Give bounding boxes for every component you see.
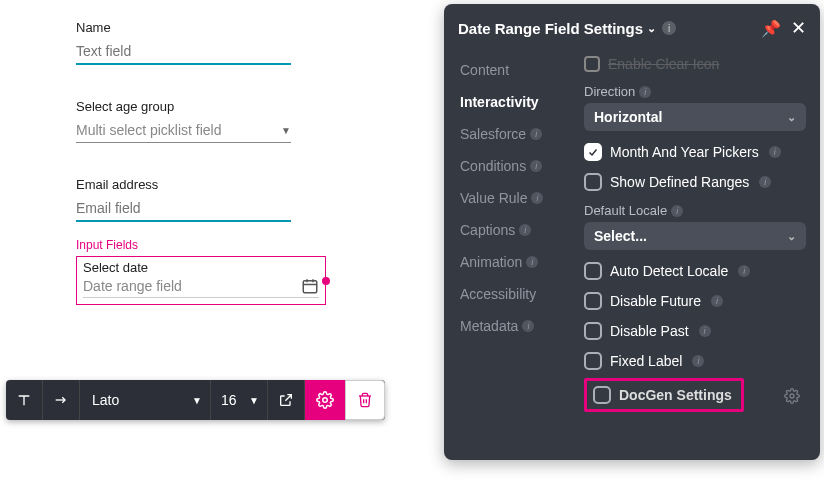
gear-icon[interactable] (784, 388, 800, 407)
side-tabs: Content Interactivity Salesforcei Condit… (444, 52, 584, 460)
info-icon[interactable]: i (662, 21, 676, 35)
info-icon[interactable]: i (769, 146, 781, 158)
show-ranges-checkbox-row[interactable]: Show Defined Ranges i (584, 173, 806, 191)
floating-toolbar: Lato ▼ 16 ▼ (6, 380, 385, 420)
direction-select[interactable]: Horizontal⌄ (584, 103, 806, 131)
locale-label: Default Localei (584, 203, 806, 218)
age-placeholder: Multi select picklist field (76, 122, 222, 138)
tab-interactivity[interactable]: Interactivity (460, 94, 584, 110)
settings-panel: Date Range Field Settings ⌄ i 📌 ✕ Conten… (444, 4, 820, 460)
age-field-group: Select age group Multi select picklist f… (76, 99, 291, 143)
age-label: Select age group (76, 99, 291, 114)
tab-animation[interactable]: Animationi (460, 254, 584, 270)
input-fields-tag: Input Fields (76, 238, 138, 252)
svg-rect-0 (303, 281, 317, 293)
svg-point-6 (323, 398, 328, 403)
delete-button[interactable] (345, 380, 385, 420)
info-icon: i (526, 256, 538, 268)
info-icon: i (530, 160, 542, 172)
enable-clear-icon-row[interactable]: Enable Clear Icon (584, 56, 806, 72)
disable-future-label: Disable Future (610, 293, 701, 309)
checkbox-icon (584, 322, 602, 340)
panel-title[interactable]: Date Range Field Settings ⌄ (458, 20, 656, 37)
tab-metadata[interactable]: Metadatai (460, 318, 584, 334)
docgen-label: DocGen Settings (619, 387, 732, 403)
calendar-icon (301, 277, 319, 295)
direction-value: Horizontal (594, 109, 662, 125)
checkbox-icon (584, 352, 602, 370)
text-tool-button[interactable] (6, 380, 43, 420)
font-select[interactable]: Lato (80, 392, 210, 408)
locale-value: Select... (594, 228, 647, 244)
tab-value-rule[interactable]: Value Rulei (460, 190, 584, 206)
month-year-label: Month And Year Pickers (610, 144, 759, 160)
tab-conditions[interactable]: Conditionsi (460, 158, 584, 174)
checkbox-icon (593, 386, 611, 404)
auto-detect-checkbox-row[interactable]: Auto Detect Locale i (584, 262, 806, 280)
email-input[interactable] (76, 196, 291, 222)
name-label: Name (76, 20, 291, 35)
checkbox-icon (584, 292, 602, 310)
info-icon: i (519, 224, 531, 236)
info-icon[interactable]: i (639, 86, 651, 98)
info-icon[interactable]: i (738, 265, 750, 277)
fixed-label-checkbox-row[interactable]: Fixed Label i (584, 352, 806, 370)
age-select[interactable]: Multi select picklist field ▼ (76, 118, 291, 143)
date-input[interactable]: Date range field (83, 275, 319, 298)
info-icon: i (522, 320, 534, 332)
tab-salesforce[interactable]: Salesforcei (460, 126, 584, 142)
settings-button[interactable] (305, 380, 345, 420)
direction-label: Directioni (584, 84, 806, 99)
caret-down-icon: ▼ (281, 125, 291, 136)
show-ranges-label: Show Defined Ranges (610, 174, 749, 190)
svg-point-7 (790, 394, 794, 398)
info-icon[interactable]: i (699, 325, 711, 337)
truncated-label: Enable Clear Icon (608, 56, 719, 72)
pin-icon[interactable]: 📌 (761, 19, 781, 38)
chevron-down-icon: ⌄ (787, 111, 796, 124)
panel-title-text: Date Range Field Settings (458, 20, 643, 37)
info-icon[interactable]: i (692, 355, 704, 367)
form-canvas: Name Select age group Multi select pickl… (0, 0, 440, 504)
disable-future-checkbox-row[interactable]: Disable Future i (584, 292, 806, 310)
info-icon[interactable]: i (759, 176, 771, 188)
checkbox-icon (584, 262, 602, 280)
info-icon: i (531, 192, 543, 204)
close-icon[interactable]: ✕ (791, 17, 806, 39)
checkbox-checked-icon (584, 143, 602, 161)
chevron-down-icon: ⌄ (787, 230, 796, 243)
fixed-label-label: Fixed Label (610, 353, 682, 369)
checkbox-icon (584, 173, 602, 191)
selected-date-block[interactable]: Input Fields Select date Date range fiel… (76, 256, 326, 305)
open-external-button[interactable] (268, 380, 305, 420)
name-input[interactable] (76, 39, 291, 65)
panel-header: Date Range Field Settings ⌄ i 📌 ✕ (444, 4, 820, 52)
chevron-down-icon: ⌄ (647, 22, 656, 35)
checkbox-icon (584, 56, 600, 72)
align-tool-button[interactable] (43, 380, 80, 420)
info-icon[interactable]: i (711, 295, 723, 307)
locale-select[interactable]: Select...⌄ (584, 222, 806, 250)
month-year-checkbox-row[interactable]: Month And Year Pickers i (584, 143, 806, 161)
date-range-field[interactable]: Select date Date range field (76, 256, 326, 305)
tab-accessibility[interactable]: Accessibility (460, 286, 584, 302)
settings-content: Enable Clear Icon Directioni Horizontal⌄… (584, 52, 820, 460)
name-field-group: Name (76, 20, 291, 65)
size-select[interactable]: 16 (211, 392, 267, 408)
resize-handle[interactable] (322, 277, 330, 285)
date-label: Select date (83, 260, 319, 275)
email-field-group: Email address (76, 177, 291, 222)
docgen-settings-row[interactable]: DocGen Settings (584, 378, 744, 412)
tab-captions[interactable]: Captionsi (460, 222, 584, 238)
info-icon: i (530, 128, 542, 140)
date-placeholder: Date range field (83, 278, 182, 294)
disable-past-checkbox-row[interactable]: Disable Past i (584, 322, 806, 340)
tab-content[interactable]: Content (460, 62, 584, 78)
auto-detect-label: Auto Detect Locale (610, 263, 728, 279)
disable-past-label: Disable Past (610, 323, 689, 339)
info-icon[interactable]: i (671, 205, 683, 217)
email-label: Email address (76, 177, 291, 192)
